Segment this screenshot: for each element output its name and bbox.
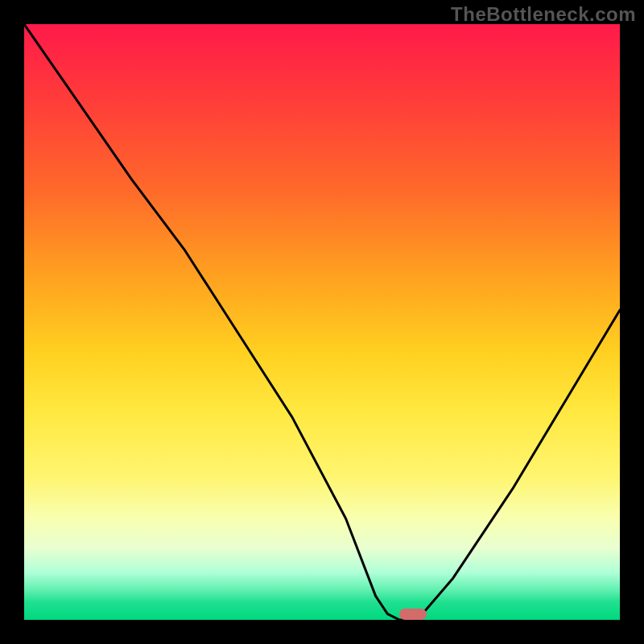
curve-svg: [24, 24, 620, 620]
bottleneck-curve-path: [24, 24, 620, 620]
chart-frame: TheBottleneck.com: [0, 0, 644, 644]
plot-area: [24, 24, 620, 620]
watermark-text: TheBottleneck.com: [451, 3, 636, 26]
optimal-marker: [399, 609, 427, 620]
